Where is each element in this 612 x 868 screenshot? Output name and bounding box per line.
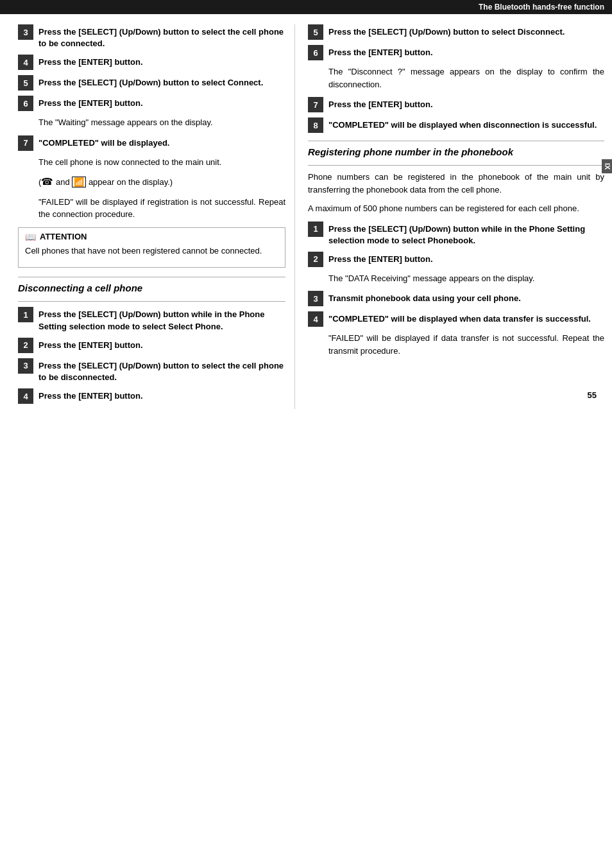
body-phonebook-failed: "FAILED" will be displayed if data trans… xyxy=(328,332,604,357)
body-disconnect-msg: The "Disconnect ?" message appears on th… xyxy=(328,65,604,91)
body-waiting: The "Waiting" message appears on the dis… xyxy=(38,116,285,129)
attention-title: ATTENTION xyxy=(40,232,87,241)
disconnect-step-2-text: Press the [ENTER] button. xyxy=(38,338,143,351)
disconnect-step-1-text: Press the [SELECT] (Up/Down) button whil… xyxy=(38,307,285,332)
phonebook-step-2-text: Press the [ENTER] button. xyxy=(328,252,433,265)
disconnect-step-number-2: 2 xyxy=(18,338,33,353)
right-disconnect-step-8: 8 "COMPLETED" will be displayed when dis… xyxy=(308,117,604,133)
phonebook-step-number-2: 2 xyxy=(308,252,323,267)
phonebook-step-3: 3 Transmit phonebook data using your cel… xyxy=(308,291,604,306)
step-7-text: "COMPLETED" will be displayed. xyxy=(38,135,169,149)
body-phonebook-1: Phone numbers can be registered in the p… xyxy=(308,171,604,196)
phonebook-step-1: 1 Press the [SELECT] (Up/Down) button wh… xyxy=(308,221,604,247)
section-title-disconnect: Disconnecting a cell phone xyxy=(18,282,285,293)
disconnect-step-4: 4 Press the [ENTER] button. xyxy=(18,388,285,404)
step-7: 7 "COMPLETED" will be displayed. xyxy=(18,135,285,151)
disconnect-step-number-1: 1 xyxy=(18,307,33,322)
disconnect-step-3: 3 Press the [SELECT] (Up/Down) button to… xyxy=(18,358,285,383)
body-connected: The cell phone is now connected to the m… xyxy=(38,156,285,169)
phonebook-step-number-1: 1 xyxy=(308,221,323,237)
right-disconnect-step-8-text: "COMPLETED" will be displayed when disco… xyxy=(328,117,597,131)
disconnect-step-3-text: Press the [SELECT] (Up/Down) button to s… xyxy=(38,358,285,383)
phonebook-step-4: 4 "COMPLETED" will be displayed when dat… xyxy=(308,311,604,327)
attention-header: 📖 ATTENTION xyxy=(25,232,278,242)
section-divider-disconnect xyxy=(18,277,285,277)
right-column: IX 5 Press the [SELECT] (Up/Down) button… xyxy=(295,24,612,409)
disconnect-step-1: 1 Press the [SELECT] (Up/Down) button wh… xyxy=(18,307,285,332)
disconnect-step-number-4: 4 xyxy=(18,388,33,404)
right-disconnect-step-5: 5 Press the [SELECT] (Up/Down) button to… xyxy=(308,24,604,40)
step-number-7: 7 xyxy=(18,135,33,151)
right-disconnect-step-7: 7 Press the [ENTER] button. xyxy=(308,97,604,112)
right-disconnect-step-number-5: 5 xyxy=(308,24,323,40)
disconnect-step-4-text: Press the [ENTER] button. xyxy=(38,388,143,402)
right-disconnect-step-6-text: Press the [ENTER] button. xyxy=(328,45,433,58)
phonebook-step-3-text: Transmit phonebook data using your cell … xyxy=(328,291,521,304)
step-number-3: 3 xyxy=(18,24,33,40)
phonebook-step-4-text: "COMPLETED" will be displayed when data … xyxy=(328,311,591,325)
step-4-text: Press the [ENTER] button. xyxy=(38,55,143,68)
step-6-text: Press the [ENTER] button. xyxy=(38,96,143,109)
step-4: 4 Press the [ENTER] button. xyxy=(18,55,285,70)
disconnect-step-number-3: 3 xyxy=(18,358,33,374)
disconnect-step-2: 2 Press the [ENTER] button. xyxy=(18,338,285,353)
right-disconnect-step-7-text: Press the [ENTER] button. xyxy=(328,97,433,110)
page-header: The Bluetooth hands-free function xyxy=(0,0,612,14)
left-column: 3 Press the [SELECT] (Up/Down) button to… xyxy=(0,24,295,409)
header-title: The Bluetooth hands-free function xyxy=(479,3,604,12)
phonebook-step-number-4: 4 xyxy=(308,311,323,327)
body-failed: "FAILED" will be displayed if registrati… xyxy=(38,196,285,221)
phonebook-step-number-3: 3 xyxy=(308,291,323,306)
body-data-receiving: The "DATA Receiving" message appears on … xyxy=(328,272,604,285)
phonebook-step-2: 2 Press the [ENTER] button. xyxy=(308,252,604,267)
phonebook-step-1-text: Press the [SELECT] (Up/Down) button whil… xyxy=(328,221,604,247)
page-number: 55 xyxy=(588,390,597,400)
section-divider-disconnect-bottom xyxy=(18,301,285,302)
section-divider-phonebook-bottom xyxy=(308,165,604,166)
right-disconnect-step-6: 6 Press the [ENTER] button. xyxy=(308,45,604,60)
side-tab-ix: IX xyxy=(602,159,612,173)
section-divider-phonebook xyxy=(308,141,604,141)
right-disconnect-step-5-text: Press the [SELECT] (Up/Down) button to s… xyxy=(328,24,565,38)
attention-icon: 📖 xyxy=(25,232,36,242)
right-disconnect-step-number-7: 7 xyxy=(308,97,323,112)
attention-text: Cell phones that have not been registere… xyxy=(25,245,278,257)
body-phonebook-2: A maximum of 500 phone numbers can be re… xyxy=(308,202,604,215)
right-disconnect-step-number-8: 8 xyxy=(308,117,323,133)
step-5: 5 Press the [SELECT] (Up/Down) button to… xyxy=(18,75,285,91)
step-number-5: 5 xyxy=(18,75,33,91)
step-6: 6 Press the [ENTER] button. xyxy=(18,96,285,111)
right-disconnect-step-number-6: 6 xyxy=(308,45,323,60)
step-number-6: 6 xyxy=(18,96,33,111)
step-3: 3 Press the [SELECT] (Up/Down) button to… xyxy=(18,24,285,49)
body-icons: (☎ and 📶 appear on the display.) xyxy=(38,175,285,189)
attention-box: 📖 ATTENTION Cell phones that have not be… xyxy=(18,227,285,268)
step-number-4: 4 xyxy=(18,55,33,70)
section-title-phonebook: Registering phone number in the phoneboo… xyxy=(308,146,604,157)
step-3-text: Press the [SELECT] (Up/Down) button to s… xyxy=(38,24,285,49)
step-5-text: Press the [SELECT] (Up/Down) button to s… xyxy=(38,75,263,89)
